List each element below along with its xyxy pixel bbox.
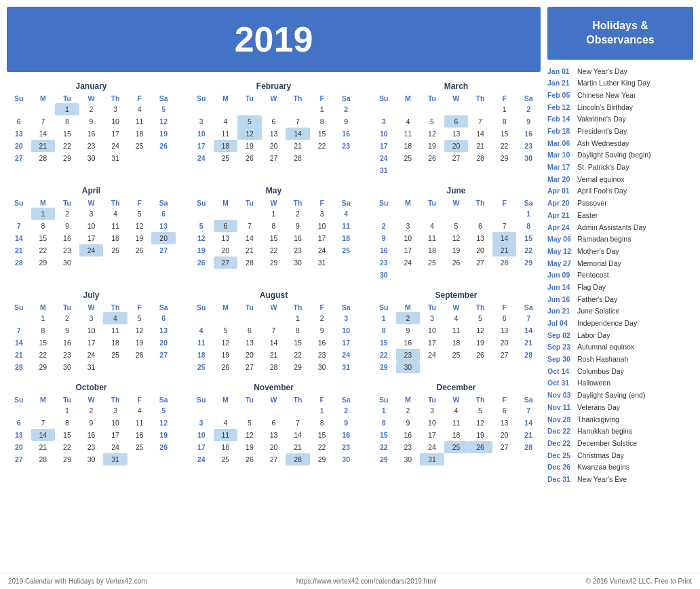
day-header: M xyxy=(396,303,421,312)
calendar-day: 22 xyxy=(286,349,310,361)
calendar-day: 17 xyxy=(420,429,444,441)
holiday-item: Feb 05Chinese New Year xyxy=(547,90,693,100)
calendar-day: 8 xyxy=(31,324,56,337)
holiday-item: Dec 25Christmas Day xyxy=(547,451,693,461)
calendar-day: 4 xyxy=(214,417,238,429)
calendar-day: 1 xyxy=(516,208,541,220)
calendar-day: 27 xyxy=(7,152,31,164)
holiday-date: Dec 26 xyxy=(547,462,573,472)
holiday-item: Jul 04Independence Day xyxy=(547,318,693,328)
calendar-day: 29 xyxy=(55,453,79,466)
calendar-day: 15 xyxy=(286,337,310,349)
month-table: SuMTuWThFSa12345678910111213141516171819… xyxy=(372,395,541,466)
calendar-day: 2 xyxy=(55,312,79,324)
calendar-day: 13 xyxy=(468,232,492,244)
calendar-day: 1 xyxy=(31,312,56,324)
holiday-item: Jan 21Martin Luther King Day xyxy=(547,78,693,88)
calendar-day: 10 xyxy=(103,417,128,429)
month-title: November xyxy=(189,383,358,392)
calendar-day xyxy=(334,152,358,164)
holiday-date: Dec 25 xyxy=(547,451,573,461)
calendar-day: 29 xyxy=(286,361,310,373)
calendar-day: 26 xyxy=(151,140,176,152)
month-title: October xyxy=(7,383,176,392)
calendar-day: 23 xyxy=(396,349,421,361)
month-august: AugustSuMTuWThFSa12345678910111213141516… xyxy=(189,290,358,373)
calendar-day: 25 xyxy=(103,349,128,361)
calendar-day xyxy=(396,269,421,281)
calendar-day: 15 xyxy=(55,429,79,441)
calendar-day: 11 xyxy=(334,220,358,232)
calendar-day: 5 xyxy=(128,208,152,220)
calendar-day xyxy=(237,312,262,324)
holiday-name: Thanksgiving xyxy=(577,415,619,425)
calendar-day: 5 xyxy=(151,103,176,115)
holiday-date: Sep 02 xyxy=(547,330,573,341)
calendar-day: 28 xyxy=(468,152,492,164)
months-grid: JanuarySuMTuWThFSa1234567891011121314151… xyxy=(7,81,541,466)
day-header: Sa xyxy=(516,198,541,208)
calendar-day: 27 xyxy=(7,453,31,466)
calendar-day: 19 xyxy=(151,429,176,441)
calendar-day: 27 xyxy=(262,152,286,164)
calendar-day: 9 xyxy=(334,417,358,429)
calendar-day: 3 xyxy=(396,220,421,232)
day-header: Th xyxy=(286,395,310,404)
calendar-day: 7 xyxy=(7,324,31,337)
holiday-name: Hanukkah begins xyxy=(577,426,632,436)
calendar-day: 30 xyxy=(310,361,334,373)
calendar-day: 28 xyxy=(7,361,31,373)
calendar-day: 28 xyxy=(492,256,517,269)
calendar-day: 21 xyxy=(286,140,310,152)
day-header: Sa xyxy=(516,303,541,312)
day-header: M xyxy=(214,303,238,312)
calendar-day xyxy=(128,152,152,164)
holiday-name: April Fool's Day xyxy=(577,186,627,196)
calendar-day: 4 xyxy=(444,404,469,417)
day-header: Sa xyxy=(516,395,541,404)
day-header: M xyxy=(31,198,56,208)
calendar-day: 14 xyxy=(492,232,517,244)
holiday-name: Memorial Day xyxy=(577,259,621,269)
calendar-day: 25 xyxy=(128,140,152,152)
calendar-day: 17 xyxy=(420,337,444,349)
calendar-day: 13 xyxy=(492,417,517,429)
calendar-day: 31 xyxy=(372,164,396,176)
day-header: Tu xyxy=(237,303,262,312)
calendar-day: 1 xyxy=(492,103,517,115)
calendar-day: 13 xyxy=(262,128,286,140)
calendar-day xyxy=(444,208,469,220)
day-header: W xyxy=(262,395,286,404)
calendar-day: 20 xyxy=(262,441,286,453)
calendar-day: 16 xyxy=(310,337,334,349)
holiday-date: Jan 01 xyxy=(547,66,573,77)
calendar-day: 13 xyxy=(151,220,176,232)
calendar-day: 11 xyxy=(444,324,469,337)
calendar-day: 26 xyxy=(214,361,238,373)
holiday-date: Mar 06 xyxy=(547,138,573,149)
calendar-day: 8 xyxy=(31,220,56,232)
calendar-day: 18 xyxy=(420,244,444,256)
holiday-date: May 27 xyxy=(547,259,573,269)
calendar-day: 20 xyxy=(237,349,262,361)
calendar-day: 18 xyxy=(214,140,238,152)
calendar-day: 14 xyxy=(7,232,31,244)
holiday-name: Mother's Day xyxy=(577,246,619,256)
calendar-day: 12 xyxy=(128,324,152,337)
holiday-name: Valentine's Day xyxy=(577,114,626,124)
calendar-day: 11 xyxy=(103,324,128,337)
calendar-day: 6 xyxy=(151,312,176,324)
calendar-day: 21 xyxy=(7,349,31,361)
calendar-day: 28 xyxy=(286,152,310,164)
calendar-day: 20 xyxy=(492,337,517,349)
month-october: OctoberSuMTuWThFSa1234567891011121314151… xyxy=(7,383,176,466)
calendar-day: 20 xyxy=(7,441,31,453)
calendar-day: 12 xyxy=(468,417,492,429)
calendar-day: 13 xyxy=(237,337,262,349)
calendar-day: 20 xyxy=(468,244,492,256)
day-header: M xyxy=(214,395,238,404)
month-march: MarchSuMTuWThFSa123456789101112131415161… xyxy=(372,81,541,176)
calendar-day: 2 xyxy=(310,312,334,324)
day-header: F xyxy=(310,94,334,103)
calendar-day xyxy=(420,361,444,373)
